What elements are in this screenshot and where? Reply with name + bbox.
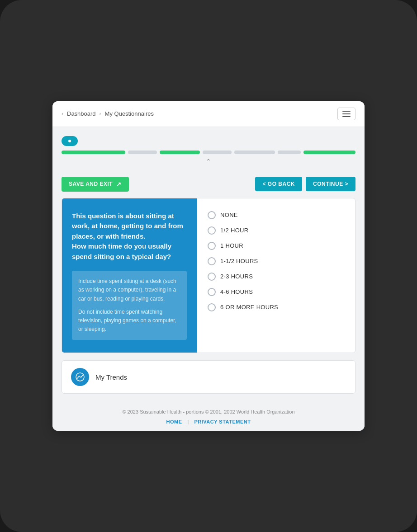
radio-1-5-hours[interactable] bbox=[208, 257, 216, 265]
question-notes: Include time spent sitting at a desk (su… bbox=[72, 271, 187, 340]
nav-bar: ‹ Dashboard ‹ My Questionnaires bbox=[52, 101, 365, 127]
radio-1-hour[interactable] bbox=[208, 242, 216, 250]
option-half-hour[interactable]: 1/2 HOUR bbox=[208, 226, 344, 235]
option-4-6-hours[interactable]: 4-6 HOURS bbox=[208, 288, 344, 296]
option-none[interactable]: NONE bbox=[208, 211, 344, 219]
progress-seg-2 bbox=[128, 151, 157, 154]
progress-indicator bbox=[62, 136, 78, 146]
question-note-2: Do not include time spent watching telev… bbox=[78, 308, 180, 334]
footer-copyright: © 2023 Sustainable Health - portions © 2… bbox=[62, 409, 355, 414]
progress-seg-5 bbox=[234, 151, 275, 154]
hamburger-button[interactable] bbox=[337, 108, 355, 120]
trends-icon bbox=[71, 368, 89, 386]
option-1-5-hours-label: 1-1/2 HOURS bbox=[220, 258, 258, 264]
home-link[interactable]: HOME bbox=[166, 419, 182, 424]
progress-seg-6 bbox=[278, 151, 301, 154]
hamburger-line-3 bbox=[342, 116, 351, 117]
option-2-3-hours-label: 2-3 HOURS bbox=[220, 273, 253, 280]
progress-seg-1 bbox=[62, 151, 125, 154]
my-trends-section[interactable]: My Trends bbox=[62, 360, 355, 394]
option-1-5-hours[interactable]: 1-1/2 HOURS bbox=[208, 257, 344, 265]
progress-seg-3 bbox=[160, 151, 200, 154]
questionnaires-chevron-icon: ‹ bbox=[100, 111, 101, 117]
nav-buttons: < GO BACK CONTINUE > bbox=[255, 177, 355, 191]
device-frame: ‹ Dashboard ‹ My Questionnaires bbox=[0, 0, 417, 532]
save-exit-button[interactable]: SAVE AND EXIT ↗ bbox=[62, 177, 129, 192]
option-4-6-hours-label: 4-6 HOURS bbox=[220, 288, 253, 295]
hamburger-line-1 bbox=[342, 111, 351, 112]
question-card: This question is about sitting at work, … bbox=[62, 198, 355, 353]
radio-6-plus-hours[interactable] bbox=[208, 303, 216, 311]
footer: © 2023 Sustainable Health - portions © 2… bbox=[52, 401, 365, 431]
footer-separator: | bbox=[188, 419, 189, 424]
app-container: ‹ Dashboard ‹ My Questionnaires bbox=[52, 101, 365, 431]
breadcrumb: ‹ Dashboard ‹ My Questionnaires bbox=[62, 110, 154, 117]
question-text: This question is about sitting at work, … bbox=[72, 211, 187, 262]
footer-links: HOME | PRIVACY STATEMENT bbox=[62, 419, 355, 424]
progress-seg-4 bbox=[203, 151, 232, 154]
progress-seg-7 bbox=[303, 151, 355, 154]
continue-button[interactable]: CONTINUE > bbox=[306, 177, 355, 191]
go-back-button[interactable]: < GO BACK bbox=[255, 177, 302, 191]
save-exit-label: SAVE AND EXIT bbox=[69, 181, 113, 187]
option-1-hour-label: 1 HOUR bbox=[220, 242, 243, 249]
progress-dot bbox=[68, 140, 71, 142]
option-1-hour[interactable]: 1 HOUR bbox=[208, 242, 344, 250]
radio-half-hour[interactable] bbox=[208, 226, 216, 235]
privacy-link[interactable]: PRIVACY STATEMENT bbox=[194, 419, 251, 424]
question-note-1: Include time spent sitting at a desk (su… bbox=[78, 277, 180, 303]
radio-none[interactable] bbox=[208, 211, 216, 219]
option-2-3-hours[interactable]: 2-3 HOURS bbox=[208, 273, 344, 281]
option-6-plus-hours-label: 6 OR MORE HOURS bbox=[220, 304, 278, 311]
hamburger-line-2 bbox=[342, 113, 351, 114]
dashboard-chevron-icon: ‹ bbox=[62, 111, 63, 117]
external-link-icon: ↗ bbox=[116, 181, 122, 188]
progress-section: ⌃ bbox=[52, 127, 365, 172]
progress-chevron-icon: ⌃ bbox=[62, 158, 355, 168]
question-left-panel: This question is about sitting at work, … bbox=[62, 198, 197, 353]
questionnaires-link[interactable]: My Questionnaires bbox=[105, 110, 154, 117]
radio-4-6-hours[interactable] bbox=[208, 288, 216, 296]
radio-2-3-hours[interactable] bbox=[208, 273, 216, 281]
dashboard-link[interactable]: Dashboard bbox=[67, 110, 96, 117]
option-none-label: NONE bbox=[220, 212, 238, 218]
option-6-plus-hours[interactable]: 6 OR MORE HOURS bbox=[208, 303, 344, 311]
option-half-hour-label: 1/2 HOUR bbox=[220, 227, 248, 234]
trends-label: My Trends bbox=[95, 373, 127, 381]
question-right-panel: NONE 1/2 HOUR 1 HOUR 1-1/2 HOURS 2-3 HOU bbox=[197, 198, 355, 353]
toolbar: SAVE AND EXIT ↗ < GO BACK CONTINUE > bbox=[52, 172, 365, 198]
progress-bar-row bbox=[62, 151, 355, 154]
